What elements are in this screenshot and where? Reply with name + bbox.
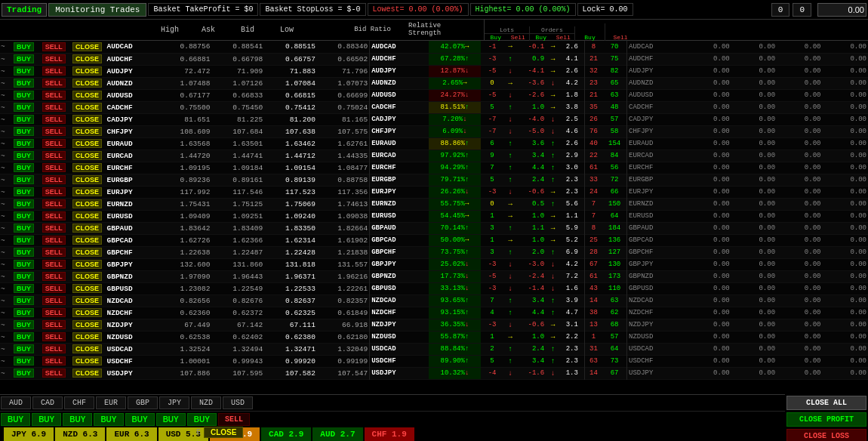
currency-tab[interactable]: NZD <box>191 396 221 409</box>
sell-button[interactable]: SELL <box>41 355 71 367</box>
close-button[interactable]: CLOSE <box>71 125 106 137</box>
buy-button[interactable]: BUY <box>12 89 41 101</box>
badge-item[interactable]: JPY 6.9 <box>4 427 54 441</box>
bottom-buy-button[interactable]: BUY <box>32 413 61 426</box>
badge-item[interactable]: CAD 2.9 <box>261 427 311 441</box>
buy-button[interactable]: BUY <box>12 319 41 331</box>
buy-button[interactable]: BUY <box>12 234 41 246</box>
close-button[interactable]: CLOSE <box>71 198 106 210</box>
sell-button[interactable]: SELL <box>41 367 71 379</box>
sell-button[interactable]: SELL <box>41 282 71 295</box>
close-button[interactable]: CLOSE <box>71 355 106 367</box>
currency-tab[interactable]: JPY <box>159 396 189 409</box>
close-button[interactable]: CLOSE <box>71 113 106 125</box>
sell-button[interactable]: SELL <box>41 246 71 258</box>
sell-button[interactable]: SELL <box>41 113 71 125</box>
close-button[interactable]: CLOSE <box>71 65 106 77</box>
sell-button[interactable]: SELL <box>41 234 71 246</box>
sell-button[interactable]: SELL <box>41 319 71 331</box>
close-button[interactable]: CLOSE <box>71 270 106 282</box>
buy-button[interactable]: BUY <box>12 174 41 186</box>
close-button[interactable]: CLOSE <box>71 150 106 162</box>
buy-button[interactable]: BUY <box>12 113 41 125</box>
sell-button[interactable]: SELL <box>41 186 71 198</box>
currency-tab[interactable]: CAD <box>32 396 63 409</box>
close-button[interactable]: CLOSE <box>71 307 106 319</box>
currency-tab[interactable]: CHF <box>64 396 94 409</box>
buy-button[interactable]: BUY <box>12 331 41 343</box>
close-button[interactable]: CLOSE <box>71 295 106 307</box>
sell-button[interactable]: SELL <box>41 198 71 210</box>
buy-button[interactable]: BUY <box>12 367 41 379</box>
bottom-sell-button[interactable]: SELL <box>218 413 250 426</box>
sell-button[interactable]: SELL <box>41 258 71 270</box>
buy-button[interactable]: BUY <box>12 41 41 53</box>
bottom-buy-button[interactable]: BUY <box>63 413 92 426</box>
close-button[interactable]: CLOSE <box>71 367 106 379</box>
sell-button[interactable]: SELL <box>41 101 71 113</box>
buy-button[interactable]: BUY <box>12 65 41 77</box>
sell-button[interactable]: SELL <box>41 295 71 307</box>
close-button[interactable]: CLOSE <box>71 282 106 295</box>
sell-button[interactable]: SELL <box>41 174 71 186</box>
sell-button[interactable]: SELL <box>41 53 71 65</box>
sell-button[interactable]: SELL <box>41 41 71 53</box>
currency-tab[interactable]: EUR <box>96 396 126 409</box>
buy-button[interactable]: BUY <box>12 343 41 355</box>
sell-button[interactable]: SELL <box>41 137 71 150</box>
currency-tab[interactable]: AUD <box>1 396 31 409</box>
buy-button[interactable]: BUY <box>12 355 41 367</box>
close-button[interactable]: CLOSE <box>71 162 106 174</box>
close-button[interactable]: CLOSE <box>71 89 106 101</box>
bottom-buy-button[interactable]: BUY <box>187 413 217 426</box>
sell-button[interactable]: SELL <box>41 210 71 222</box>
close-button[interactable]: CLOSE <box>71 41 106 53</box>
buy-button[interactable]: BUY <box>12 282 41 295</box>
buy-button[interactable]: BUY <box>12 162 41 174</box>
buy-button[interactable]: BUY <box>12 222 41 234</box>
close-button[interactable]: CLOSE <box>71 186 106 198</box>
close-button[interactable]: CLOSE <box>71 174 106 186</box>
buy-button[interactable]: BUY <box>12 137 41 150</box>
close-button[interactable]: CLOSE <box>71 101 106 113</box>
close-button[interactable]: CLOSE <box>71 234 106 246</box>
bottom-buy-button[interactable]: BUY <box>94 413 123 426</box>
close-button[interactable]: CLOSE <box>71 246 106 258</box>
buy-button[interactable]: BUY <box>12 77 41 89</box>
buy-button[interactable]: BUY <box>12 270 41 282</box>
close-all-button[interactable]: CLOSE ALL <box>786 396 866 410</box>
close-button[interactable]: CLOSE <box>71 319 106 331</box>
buy-button[interactable]: BUY <box>12 53 41 65</box>
sell-button[interactable]: SELL <box>41 307 71 319</box>
close-button[interactable]: CLOSE <box>71 343 106 355</box>
main-input[interactable] <box>817 3 866 17</box>
sell-button[interactable]: SELL <box>41 270 71 282</box>
bottom-buy-button[interactable]: BUY <box>125 413 155 426</box>
currency-tab[interactable]: GBP <box>128 396 158 409</box>
buy-button[interactable]: BUY <box>12 150 41 162</box>
sell-button[interactable]: SELL <box>41 331 71 343</box>
buy-button[interactable]: BUY <box>12 307 41 319</box>
badge-item[interactable]: CHF 1.9 <box>365 427 414 441</box>
sell-button[interactable]: SELL <box>41 222 71 234</box>
bottom-buy-button[interactable]: BUY <box>156 413 186 426</box>
sell-button[interactable]: SELL <box>41 77 71 89</box>
sell-button[interactable]: SELL <box>41 150 71 162</box>
badge-item[interactable]: NZD 6.3 <box>55 427 105 441</box>
sell-button[interactable]: SELL <box>41 89 71 101</box>
buy-button[interactable]: BUY <box>12 246 41 258</box>
close-button[interactable]: CLOSE <box>71 331 106 343</box>
sell-button[interactable]: SELL <box>41 65 71 77</box>
close-btn2[interactable]: CLOSE <box>204 427 243 438</box>
buy-button[interactable]: BUY <box>12 198 41 210</box>
badge-item[interactable]: AUD 2.7 <box>312 427 362 441</box>
buy-button[interactable]: BUY <box>12 210 41 222</box>
close-button[interactable]: CLOSE <box>71 222 106 234</box>
sell-button[interactable]: SELL <box>41 162 71 174</box>
sell-button[interactable]: SELL <box>41 125 71 137</box>
close-button[interactable]: CLOSE <box>71 53 106 65</box>
currency-tab[interactable]: USD <box>223 396 253 409</box>
buy-button[interactable]: BUY <box>12 101 41 113</box>
buy-button[interactable]: BUY <box>12 125 41 137</box>
close-button[interactable]: CLOSE <box>71 210 106 222</box>
